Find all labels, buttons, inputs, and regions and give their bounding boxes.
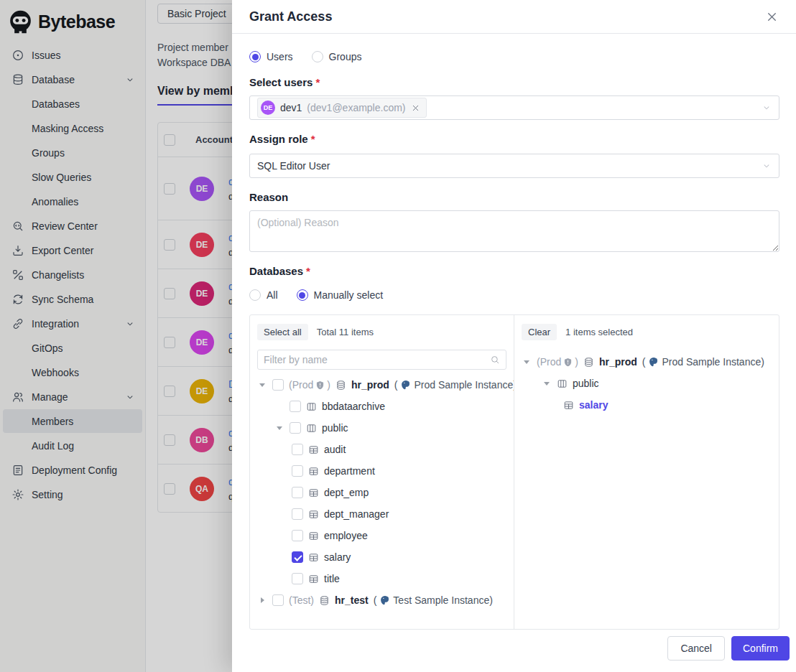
table-icon (308, 466, 319, 477)
caret-right-icon[interactable] (257, 595, 267, 605)
picker-source-pane: Select all Total 11 items (Prod) hr_prod… (250, 315, 514, 629)
tree-node-bbdataarchive[interactable]: bbdataarchive (257, 396, 514, 417)
tree-node-dept-manager[interactable]: dept_manager (257, 503, 514, 525)
caret-down-icon[interactable] (542, 378, 552, 388)
total-items-label: Total 11 items (317, 327, 374, 337)
user-tag-avatar: DE (261, 101, 275, 115)
tree-node-dept-emp[interactable]: dept_emp (257, 482, 514, 503)
assign-role-label: Assign role* (249, 133, 779, 145)
filter-input-wrap[interactable] (257, 350, 506, 370)
modal-body: Users Groups Select users* DE dev1 (dev1… (232, 34, 796, 630)
grant-access-modal: Grant Access Users Groups Select users* … (232, 0, 796, 672)
select-users-label: Select users* (249, 76, 779, 88)
checkbox[interactable] (290, 401, 301, 412)
postgres-icon (379, 595, 390, 606)
close-button[interactable] (765, 10, 779, 24)
radio-users[interactable]: Users (249, 51, 293, 62)
select-all-button[interactable]: Select all (257, 324, 308, 340)
caret-down-icon[interactable] (257, 380, 267, 390)
schema-icon (306, 423, 317, 434)
caret-down-icon[interactable] (522, 357, 532, 367)
checkbox[interactable] (272, 594, 284, 606)
selected-node-hr-prod[interactable]: (Prod) hr_prod (Prod Sample Instance) (522, 351, 779, 373)
tree-node-audit[interactable]: audit (257, 439, 514, 460)
table-icon (308, 487, 319, 498)
radio-all-databases[interactable]: All (249, 289, 278, 301)
cancel-button[interactable]: Cancel (667, 636, 725, 661)
table-icon (308, 531, 319, 541)
schema-icon (557, 378, 568, 389)
radio-manual-control[interactable] (297, 289, 308, 301)
tree-node-department[interactable]: department (257, 460, 514, 482)
clear-button[interactable]: Clear (522, 324, 557, 340)
x-icon (411, 103, 420, 113)
chevron-down-icon (762, 161, 772, 171)
scope-radio-group: Users Groups (249, 49, 779, 65)
reason-label: Reason (249, 191, 779, 203)
picker-selected-pane: Clear 1 items selected (Prod) hr_prod (P… (514, 315, 779, 629)
tree-node-salary[interactable]: salary (257, 546, 514, 568)
schema-icon (306, 401, 317, 412)
table-icon (308, 574, 319, 584)
database-icon (319, 595, 330, 606)
assign-role-select[interactable]: SQL Editor User (249, 154, 779, 178)
selected-node-public[interactable]: public (522, 373, 779, 394)
radio-users-control[interactable] (249, 51, 261, 62)
databases-radio-group: All Manually select (249, 287, 779, 303)
databases-label: Databases* (249, 265, 779, 277)
checkbox[interactable] (272, 379, 284, 391)
assign-role-value: SQL Editor User (257, 160, 330, 172)
tree-node-employee[interactable]: employee (257, 525, 514, 546)
shield-icon (315, 381, 325, 390)
app-root: Bytebase Issues Database Databases Maski… (0, 0, 796, 672)
close-icon (765, 10, 779, 24)
chevron-down-icon (762, 103, 772, 113)
checkbox[interactable] (292, 508, 303, 520)
user-tag: DE dev1 (dev1@example.com) (257, 98, 427, 118)
table-icon (563, 400, 574, 411)
filter-input[interactable] (264, 354, 486, 365)
radio-groups-control[interactable] (312, 51, 323, 62)
checkbox[interactable] (292, 444, 303, 455)
reason-textarea[interactable] (249, 210, 779, 252)
postgres-icon (648, 357, 659, 368)
select-users-input[interactable]: DE dev1 (dev1@example.com) (249, 95, 779, 120)
database-icon (583, 357, 594, 368)
tree-node-hr-prod[interactable]: (Prod) hr_prod (Prod Sample Instance) (257, 374, 514, 396)
database-icon (335, 380, 346, 391)
table-icon (308, 509, 319, 520)
radio-groups[interactable]: Groups (312, 51, 362, 62)
checkbox[interactable] (292, 487, 303, 498)
search-icon (490, 355, 500, 365)
checkbox-checked[interactable] (292, 551, 303, 563)
checkbox[interactable] (292, 530, 303, 541)
tree-node-public[interactable]: public (257, 417, 514, 439)
database-tree-picker: Select all Total 11 items (Prod) hr_prod… (249, 314, 779, 630)
caret-down-icon[interactable] (274, 423, 284, 433)
postgres-icon (400, 380, 411, 391)
modal-footer: Cancel Confirm (232, 630, 796, 672)
radio-all-control[interactable] (249, 289, 261, 301)
checkbox[interactable] (290, 422, 301, 434)
checkbox[interactable] (292, 465, 303, 477)
checkbox[interactable] (292, 573, 303, 584)
tree-node-hr-test[interactable]: (Test) hr_test (Test Sample Instance) (257, 589, 514, 611)
selected-count-label: 1 items selected (565, 327, 633, 337)
confirm-button[interactable]: Confirm (731, 636, 790, 661)
modal-header: Grant Access (232, 0, 796, 34)
remove-user-tag-button[interactable] (411, 103, 420, 113)
selected-node-salary[interactable]: salary (522, 394, 779, 416)
caret-spacer (274, 401, 284, 411)
table-icon (308, 444, 319, 455)
shield-icon (563, 358, 573, 367)
tree-node-title[interactable]: title (257, 568, 514, 589)
modal-title: Grant Access (249, 9, 332, 24)
table-icon (308, 552, 319, 563)
radio-manually-select[interactable]: Manually select (297, 289, 384, 301)
